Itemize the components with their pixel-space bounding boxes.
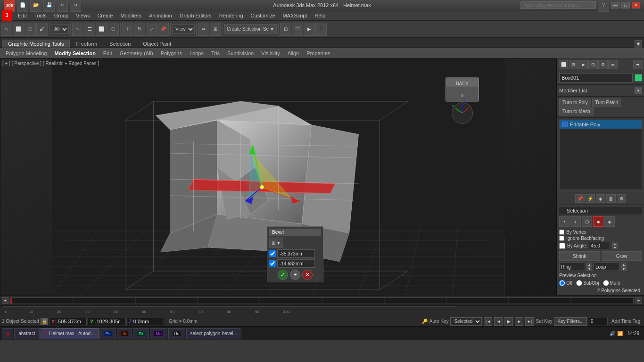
next-frame-btn[interactable]: ►	[515, 317, 523, 326]
play-btn[interactable]: ▶	[504, 317, 513, 326]
taskbar-btn-abstract[interactable]: abstract	[14, 328, 40, 339]
redo-btn[interactable]: ↪	[70, 0, 81, 12]
object-name-input[interactable]	[559, 73, 633, 82]
scale-tool[interactable]: ⤢	[146, 23, 157, 36]
bevel-check2[interactable]	[269, 260, 276, 267]
rp-btn-1[interactable]: ⬜	[559, 60, 568, 69]
subtab-modify-selection[interactable]: Modify Selection	[50, 49, 99, 57]
off-radio[interactable]	[559, 280, 565, 286]
subtab-polygons[interactable]: Polygons	[157, 49, 186, 57]
rp-btn-6[interactable]: ☰	[608, 60, 618, 69]
render-active[interactable]: ⬛	[315, 23, 327, 36]
stack-item-editable-poly[interactable]: Editable Poly	[560, 120, 642, 129]
select-rect[interactable]: ⬜	[96, 23, 107, 36]
menu-tools[interactable]: Tools	[31, 12, 50, 19]
viewport[interactable]: [ + ] [ Perspective ] [ Realistic + Edge…	[0, 58, 557, 295]
menu-views[interactable]: Views	[72, 12, 93, 19]
move-tool[interactable]: ✛	[122, 23, 133, 36]
taskbar-btn-un[interactable]: Un	[168, 328, 185, 339]
mirror-tool[interactable]: ⇔	[198, 23, 209, 36]
ring-down-btn[interactable]: ▼	[586, 267, 592, 271]
menu-rendering[interactable]: Rendering	[215, 12, 247, 19]
close-btn[interactable]: ✕	[632, 2, 640, 8]
select-btn[interactable]: ↖	[72, 23, 83, 36]
border-icon-btn[interactable]: ⬡	[582, 216, 592, 227]
goto-end-btn[interactable]: ►|	[525, 317, 534, 326]
shrink-btn[interactable]: Shrink	[559, 251, 600, 261]
taskbar-btn-sk[interactable]: Sk	[133, 328, 149, 339]
filter-dropdown[interactable]: All	[51, 25, 69, 34]
select-region[interactable]: ⬜	[13, 23, 24, 36]
by-vertex-checkbox[interactable]	[559, 230, 564, 235]
render-btn[interactable]: ▶	[304, 23, 315, 36]
taskbar-btn-ps[interactable]: Ps	[99, 328, 116, 339]
new-btn[interactable]: 📄	[17, 0, 28, 12]
render-setup[interactable]: 🎬	[292, 23, 303, 36]
select-tool[interactable]: ↖	[1, 23, 12, 36]
taskbar-btn-ai[interactable]: Ai	[117, 328, 132, 339]
menu-help[interactable]: Help	[311, 12, 330, 19]
menu-edit[interactable]: Edit	[14, 12, 31, 19]
timeline-right-arrow[interactable]: ►	[636, 297, 642, 304]
taskbar-btn-select-polygon[interactable]: select polygon-bevel...	[186, 328, 242, 339]
rp-btn-7[interactable]: ⬌	[633, 60, 643, 69]
rp-btn-5[interactable]: ⚙	[598, 60, 608, 69]
ribbon-tab-selection[interactable]: Selection	[103, 40, 137, 48]
set-key-btn[interactable]: Set Key	[536, 319, 552, 324]
paint-sel[interactable]: 🖌	[36, 23, 48, 36]
bevel-add-btn[interactable]: +	[290, 270, 300, 280]
rp-btn-2[interactable]: ⊞	[569, 60, 578, 69]
polygon-icon-btn[interactable]: ■	[593, 216, 603, 227]
subtab-geometry-all[interactable]: Geometry (All)	[116, 49, 157, 57]
edge-icon-btn[interactable]: /	[570, 216, 581, 227]
subtab-edit[interactable]: Edit	[99, 49, 116, 57]
undo-btn[interactable]: ↩	[57, 0, 68, 12]
modifier-list-dropdown[interactable]: ▼	[635, 87, 642, 94]
lasso-tool[interactable]: ⬡	[25, 23, 36, 36]
create-selection-btn[interactable]: Create Selection Se ▼	[224, 24, 277, 34]
menu-maxscript[interactable]: MAXScript	[279, 12, 311, 19]
angle-up-btn[interactable]: ▲	[612, 242, 618, 246]
configure-btn[interactable]: ⚙	[617, 194, 626, 203]
ribbon-tab-freeform[interactable]: Freeform	[70, 40, 103, 48]
turn-to-mesh-btn[interactable]: Turn to Mesh	[559, 107, 594, 115]
remove-modifier-btn[interactable]: 🗑	[606, 194, 616, 203]
bevel-type-btn[interactable]: ⊞ ▼	[269, 238, 283, 248]
volume-icon[interactable]: 🔊	[610, 331, 615, 336]
ring-input[interactable]	[559, 263, 585, 271]
keyword-search[interactable]	[520, 1, 596, 9]
subtab-polygon-modeling[interactable]: Polygon Modeling	[2, 49, 50, 57]
menu-group[interactable]: Group	[50, 12, 73, 19]
rotate-tool[interactable]: ↻	[134, 23, 145, 36]
ignore-backfacing-checkbox[interactable]	[559, 236, 564, 241]
rp-btn-4[interactable]: ⊡	[588, 60, 598, 69]
bevel-value2-input[interactable]	[277, 259, 315, 268]
subobj-radio[interactable]	[576, 280, 582, 286]
maximize-btn[interactable]: □	[621, 2, 630, 8]
timeline-bar[interactable]	[10, 297, 634, 304]
frame-number-input[interactable]	[589, 318, 608, 325]
reference-dropdown[interactable]: View	[172, 25, 195, 34]
timeline-left-arrow[interactable]: ◄	[2, 297, 8, 304]
menu-customize[interactable]: Customize	[247, 12, 279, 19]
taskbar-start-btn[interactable]: 3	[2, 328, 13, 339]
menu-graph-editors[interactable]: Graph Editors	[176, 12, 215, 19]
bevel-ok-btn[interactable]: ✓	[278, 270, 288, 280]
show-result-btn[interactable]: ⚡	[586, 194, 595, 203]
help-btn[interactable]: ?	[598, 0, 609, 12]
subtab-subdivision[interactable]: Subdivision	[223, 49, 257, 57]
ribbon-tab-object-paint[interactable]: Object Paint	[137, 40, 177, 48]
loop-down-btn[interactable]: ▼	[621, 267, 627, 271]
subtab-loops[interactable]: Loops	[186, 49, 207, 57]
save-btn[interactable]: 💾	[43, 0, 55, 12]
place-tool[interactable]: 📌	[157, 23, 169, 36]
menu-create[interactable]: Create	[93, 12, 116, 19]
subtab-visibility[interactable]: Visibility	[257, 49, 284, 57]
subtab-tris[interactable]: Tris	[207, 49, 223, 57]
bevel-value1-input[interactable]	[277, 249, 315, 258]
multi-radio[interactable]	[603, 280, 609, 286]
ribbon-settings-btn[interactable]: ▼	[635, 40, 642, 48]
goto-start-btn[interactable]: |◄	[484, 317, 492, 326]
pin-stack-btn[interactable]: 📌	[575, 194, 585, 203]
make-unique-btn[interactable]: ◈	[596, 194, 605, 203]
